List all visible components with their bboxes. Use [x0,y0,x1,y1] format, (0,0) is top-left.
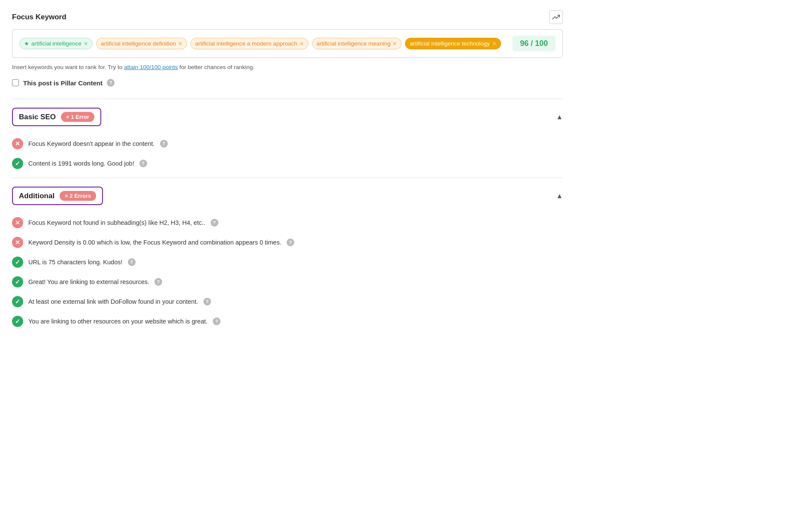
check-help-icon[interactable]: ? [287,239,294,246]
additional-check-6: ✓ You are linking to other resources on … [12,311,563,331]
check-help-icon[interactable]: ? [211,219,218,227]
additional-section: Additional × 2 Errors ▲ ✕ Focus Keyword … [12,187,563,331]
keyword-tag-label: artificial intelligence technology [410,40,490,47]
keyword-tag-technology[interactable]: artificial intelligence technology ✕ [405,38,501,49]
success-icon: ✓ [12,316,23,327]
additional-check-4: ✓ Great! You are linking to external res… [12,272,563,292]
pillar-help-icon[interactable]: ? [107,79,115,87]
additional-collapse-arrow[interactable]: ▲ [556,192,563,200]
keyword-tag-label: artificial intelligence meaning [317,40,391,47]
close-icon[interactable]: ✕ [178,41,182,47]
additional-error-badge: × 2 Errors [60,191,96,201]
additional-check-2-text: Keyword Density is 0.00 which is low, th… [28,239,281,246]
additional-header-box: Additional × 2 Errors [12,187,103,205]
keyword-tag-label: artificial intelligence definition [101,40,176,47]
basic-seo-check-1: ✕ Focus Keyword doesn't appear in the co… [12,134,563,154]
basic-seo-error-badge: × 1 Error [61,112,94,122]
keyword-tag-definition[interactable]: artificial intelligence definition ✕ [96,38,187,49]
additional-check-5-text: At least one external link with DoFollow… [28,298,198,305]
additional-check-4-text: Great! You are linking to external resou… [28,278,149,285]
pillar-content-checkbox[interactable] [12,79,19,86]
star-icon: ★ [24,40,29,47]
error-icon: ✕ [12,217,23,228]
trend-icon-button[interactable] [549,10,563,24]
success-icon: ✓ [12,276,23,287]
check-2-help-icon[interactable]: ? [139,160,147,167]
basic-seo-collapse-arrow[interactable]: ▲ [556,113,563,121]
success-icon: ✓ [12,158,23,169]
keyword-tag-label: artificial intelligence [31,40,82,47]
success-icon: ✓ [12,296,23,307]
additional-check-3: ✓ URL is 75 characters long. Kudos! ? [12,252,563,272]
close-icon[interactable]: ✕ [492,41,496,47]
basic-seo-title: Basic SEO [19,113,56,121]
check-help-icon[interactable]: ? [213,317,221,325]
close-icon[interactable]: ✕ [299,41,304,47]
error-icon: ✕ [12,138,23,149]
additional-check-2: ✕ Keyword Density is 0.00 which is low, … [12,233,563,252]
hint-text: Insert keywords you want to rank for. Tr… [12,64,563,70]
additional-check-1: ✕ Focus Keyword not found in subheading(… [12,213,563,233]
attain-points-link[interactable]: attain 100/100 points [124,64,178,70]
keyword-box: ★ artificial intelligence ✕ artificial i… [12,29,563,58]
keyword-tag-modern-approach[interactable]: artificial intelligence a modern approac… [190,38,308,49]
check-help-icon[interactable]: ? [154,278,162,286]
score-badge: 96 / 100 [512,36,556,51]
additional-check-5: ✓ At least one external link with DoFoll… [12,292,563,311]
close-icon[interactable]: ✕ [84,41,88,47]
pillar-label: This post is Pillar Content [23,79,103,87]
additional-title: Additional [19,192,54,200]
check-help-icon[interactable]: ? [203,298,211,305]
keyword-tag-ai[interactable]: ★ artificial intelligence ✕ [19,38,93,49]
basic-seo-check-2-text: Content is 1991 words long. Good job! [28,160,134,167]
additional-check-1-text: Focus Keyword not found in subheading(s)… [28,219,206,226]
additional-check-6-text: You are linking to other resources on yo… [28,318,208,325]
success-icon: ✓ [12,257,23,268]
error-icon: ✕ [12,237,23,248]
basic-seo-section: Basic SEO × 1 Error ▲ ✕ Focus Keyword do… [12,108,563,173]
section-divider-2 [12,178,563,178]
close-icon[interactable]: ✕ [393,41,397,47]
basic-seo-header-box: Basic SEO × 1 Error [12,108,101,126]
focus-keyword-title: Focus Keyword [12,13,66,21]
check-1-help-icon[interactable]: ? [160,140,168,148]
keyword-tag-label: artificial intelligence a modern approac… [195,40,297,47]
additional-check-3-text: URL is 75 characters long. Kudos! [28,259,123,266]
basic-seo-check-1-text: Focus Keyword doesn't appear in the cont… [28,140,155,147]
keyword-tag-meaning[interactable]: artificial intelligence meaning ✕ [312,38,402,49]
basic-seo-check-2: ✓ Content is 1991 words long. Good job! … [12,154,563,173]
check-help-icon[interactable]: ? [128,258,136,266]
section-divider-1 [12,99,563,99]
